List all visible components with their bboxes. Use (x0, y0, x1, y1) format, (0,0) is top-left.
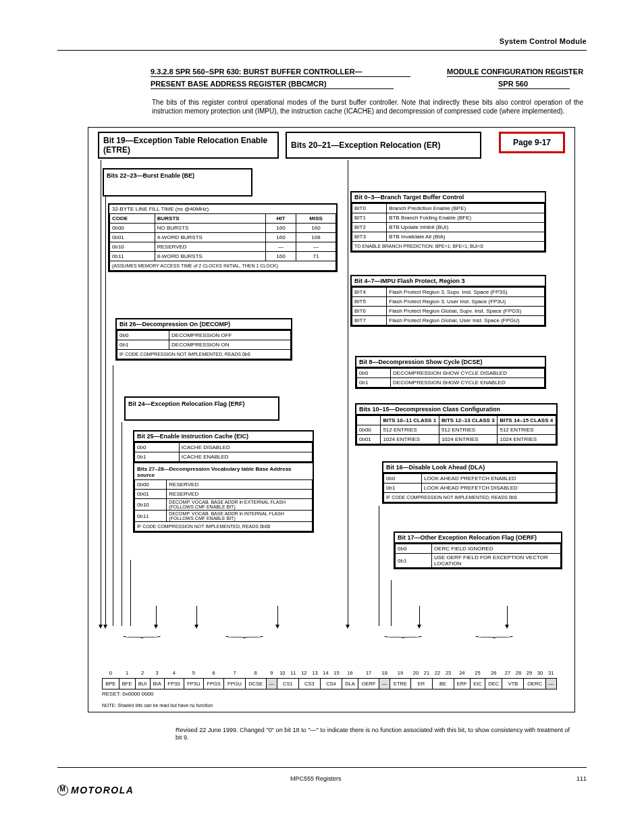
td: LOOK AHEAD PREFETCH DISABLED (422, 484, 556, 493)
note-text: NOTE: Shaded bits can be read but have n… (102, 703, 213, 708)
bit-num: 18 (379, 668, 390, 679)
arrow (156, 606, 157, 626)
bit-label: FP3S (164, 679, 184, 689)
td: — (296, 242, 336, 252)
td: 8-WORD BURSTS (155, 252, 265, 261)
td: DECOMPRESSION ON (169, 340, 291, 350)
bit-num: 12 (298, 668, 309, 679)
section-number-title: 9.3.2.8 SPR 560–SPR 630: BURST BUFFER CO… (151, 68, 363, 76)
bit-label: DLA (342, 679, 358, 689)
bit-label: — (266, 679, 277, 689)
section-sub-a: PRESENT BASE ADDRESS REGISTER (BBCMCR) (151, 80, 327, 88)
td: Flash Protect Region Global, User Inst. … (387, 316, 545, 325)
th: BITS 10–11 CLASS 1 (381, 416, 439, 425)
td: IF CODE COMPRESSION NOT IMPLEMENTED, REA… (384, 493, 556, 502)
bit-num: 29 (524, 668, 535, 679)
bit-num: 9 (266, 668, 277, 679)
table-dcc: BITS 10–11 CLASS 1BITS 12–13 CLASS 3BITS… (356, 415, 556, 444)
table-dcse: 0b0DECOMPRESSION SHOW CYCLE DISABLED 0b1… (356, 368, 545, 388)
bit-label: BIA (150, 679, 164, 689)
arrow (196, 606, 197, 626)
arrow (105, 197, 106, 626)
vtb-title: Bits 27–28—Decompression Vocabulary tabl… (134, 462, 313, 479)
td: 0b11 (135, 511, 167, 522)
td: DECOMPRESSION OFF (169, 331, 291, 340)
bit-label: ERF (454, 679, 471, 689)
brace-icon: ⏟ (225, 627, 265, 639)
th: BURSTS (155, 214, 265, 224)
bit-label: VTB (502, 679, 524, 689)
td: 0b1 (135, 452, 180, 462)
underline (498, 88, 570, 89)
box-etre: Bit 19—Exception Table Relocation Enable… (98, 132, 279, 159)
box-dcc: Bits 10–15—Decompression Class Configura… (355, 403, 558, 446)
bit-label: OERF (358, 679, 379, 689)
td: — (265, 242, 296, 252)
dla-title: Bit 16—Disable Look Ahead (DLA) (383, 463, 556, 473)
bit-label: ER (410, 679, 432, 689)
page-ref: Page 9-17 (499, 132, 565, 153)
box-dcse: Bit 8—Decompression Show Cycle (DCSE) 0b… (355, 356, 546, 389)
td: 160 (265, 224, 296, 233)
td: 71 (296, 252, 336, 261)
footer-mid: MPC555 Registers (290, 775, 342, 782)
arrow (348, 160, 348, 626)
arrow (379, 506, 379, 626)
underline (151, 88, 394, 89)
bit-num: 4 (164, 668, 184, 679)
table-btb: BIT0Branch Prediction Enable (BPE) BIT1B… (352, 203, 545, 251)
td: (ASSUMES MEMORY ACCESS TIME of 2 CLOCKS … (110, 261, 336, 271)
bit-label: ETRE (390, 679, 410, 689)
section-title-b: MODULE CONFIGURATION REGISTER (447, 68, 583, 76)
bit-label: EIC (471, 679, 485, 689)
bit-num: 1 (119, 668, 135, 679)
logo-icon (57, 785, 68, 796)
td: 160 (265, 233, 296, 242)
table-oerf: 0b0OERC FIELD IGNORED 0b1USE OERF FIELD … (395, 544, 561, 568)
td: DECOMP. VOCAB. BASE ADDR in INTERNAL FLA… (167, 511, 313, 522)
page-num: 111 (576, 775, 587, 782)
th: HIT (265, 214, 296, 224)
bit-num: 21 (421, 668, 432, 679)
td: TO ENABLE BRANCH PREDICTION: BPE=1; BFE=… (352, 242, 545, 251)
box-oerf: Bit 17—Other Exception Relocation Flag (… (394, 531, 562, 569)
td: NO BURSTS (155, 224, 265, 233)
td: BTB Branch Folding Enable (BFE) (387, 213, 545, 223)
bit-num: 6 (203, 668, 224, 679)
arrow (122, 422, 122, 626)
box-decomp: Bit 26—Decompression On (DECOMP) 0b0DECO… (115, 318, 292, 361)
arrowhead-icon (99, 625, 103, 629)
box-dla: Bit 16—Disable Look Ahead (DLA) 0b0LOOK … (382, 461, 558, 504)
bit-label: BFE (119, 679, 135, 689)
bit-label: CS3 (298, 679, 320, 689)
td: 0b01 (357, 435, 381, 444)
td: Flash Protect Region 3, User Inst. Space… (387, 297, 545, 307)
brace-icon: ⏟ (475, 627, 514, 639)
td: 0b11 (110, 252, 155, 261)
td: 0b1 (384, 484, 422, 493)
bit-num: 27 (502, 668, 513, 679)
motorola-logo: MOTOROLA (57, 785, 134, 796)
td: 0b0 (357, 369, 391, 378)
bit-num: 3 (150, 668, 164, 679)
td: BIT1 (352, 213, 387, 223)
box-er: Bits 20–21—Exception Relocation (ER) (286, 132, 481, 159)
td: 0b00 (110, 224, 155, 233)
be-head: 32-BYTE LINE FILL TIME (ns @40MHz) (109, 205, 336, 213)
td: 0b10 (135, 499, 167, 511)
diagram-frame: Bit 19—Exception Table Relocation Enable… (88, 127, 575, 712)
logo-text: MOTOROLA (71, 785, 134, 796)
dcc-title: Bits 10–15—Decompression Class Configura… (356, 405, 556, 415)
dcse-title: Bit 8—Decompression Show Cycle (DCSE) (356, 357, 545, 368)
table-bits: 0123456789101112131415161718192021222324… (102, 668, 557, 690)
bit-num: 15 (331, 668, 342, 679)
td: 4-WORD BURSTS (155, 233, 265, 242)
bit-num: 31 (545, 668, 556, 679)
td: IF CODE COMPRESSION NOT IMPLEMENTED, REA… (135, 522, 313, 531)
bit-num: 26 (485, 668, 502, 679)
arrowhead-icon (194, 625, 198, 629)
td: 512 ENTRIES (381, 425, 439, 435)
td: 160 (265, 252, 296, 261)
bit-num: 28 (513, 668, 524, 679)
td: Flash Protect Region Global, Supv. Inst.… (387, 307, 545, 316)
